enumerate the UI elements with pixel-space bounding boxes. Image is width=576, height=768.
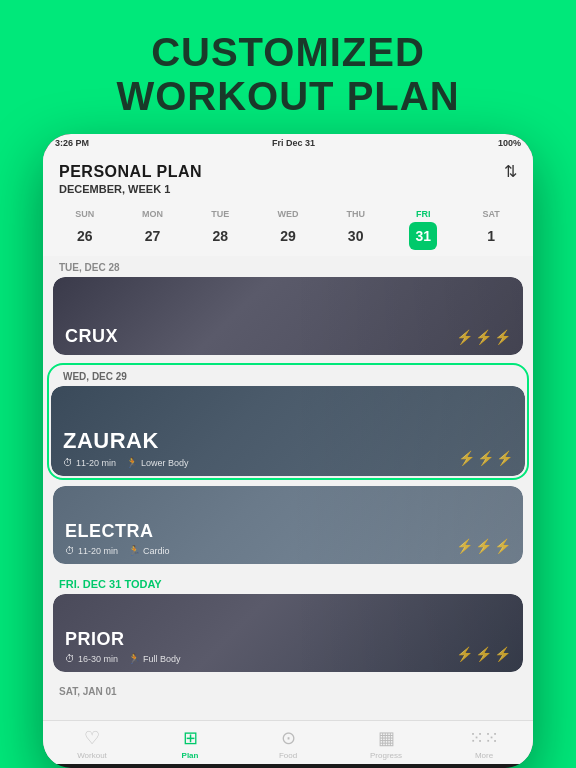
zaurak-highlight-section: WED, DEC 29 ZAURAK ⏱ 11-20 min bbox=[47, 363, 529, 480]
zaurak-inner: ZAURAK ⏱ 11-20 min 🏃 Lower Body bbox=[51, 386, 525, 476]
header-title: CUSTOMIZED WORKOUT PLAN bbox=[116, 30, 459, 118]
bolt2: ⚡ bbox=[475, 538, 492, 554]
week-calendar: SUN 26 MON 27 TUE 28 WED 29 THU 30 FRI 3… bbox=[43, 201, 533, 256]
status-time: 3:26 PM bbox=[55, 138, 89, 148]
crux-intensity: ⚡ ⚡ ⚡ bbox=[456, 329, 511, 345]
electra-duration: ⏱ 11-20 min bbox=[65, 545, 118, 556]
day-label: FRI bbox=[416, 209, 431, 219]
food-icon: ⊙ bbox=[281, 727, 296, 749]
plan-icon: ⊞ bbox=[183, 727, 198, 749]
day-label: WED bbox=[277, 209, 298, 219]
nav-label-more: More bbox=[475, 751, 493, 760]
bolt1: ⚡ bbox=[458, 450, 475, 466]
clock-icon: ⏱ bbox=[65, 653, 75, 664]
bolt3: ⚡ bbox=[494, 646, 511, 662]
section-label-wed: WED, DEC 29 bbox=[51, 367, 525, 386]
person-icon: 🏃 bbox=[128, 653, 140, 664]
day-label: TUE bbox=[211, 209, 229, 219]
calendar-day-1[interactable]: SAT 1 bbox=[471, 209, 511, 250]
sort-icon[interactable]: ⇅ bbox=[504, 162, 517, 181]
person-icon: 🏃 bbox=[128, 545, 140, 556]
nav-item-plan[interactable]: ⊞ Plan bbox=[165, 727, 215, 760]
bolt2: ⚡ bbox=[475, 646, 492, 662]
battery-icon: 100% bbox=[498, 138, 521, 148]
nav-label-progress: Progress bbox=[370, 751, 402, 760]
nav-item-workout[interactable]: ♡ Workout bbox=[67, 727, 117, 760]
status-bar: 3:26 PM Fri Dec 31 100% bbox=[43, 134, 533, 152]
plan-subtitle: DECEMBER, WEEK 1 bbox=[59, 183, 517, 195]
bolt2: ⚡ bbox=[475, 329, 492, 345]
crux-info: CRUX bbox=[53, 318, 523, 355]
prior-duration: ⏱ 16-30 min bbox=[65, 653, 118, 664]
bolt2: ⚡ bbox=[477, 450, 494, 466]
plan-title: PERSONAL PLAN bbox=[59, 163, 202, 181]
day-number: 26 bbox=[71, 222, 99, 250]
workout-card-zaurak[interactable]: ZAURAK ⏱ 11-20 min 🏃 Lower Body bbox=[51, 386, 525, 476]
zaurak-info: ZAURAK ⏱ 11-20 min 🏃 Lower Body bbox=[51, 420, 525, 476]
calendar-day-31[interactable]: FRI 31 bbox=[403, 209, 443, 250]
status-date: Fri Dec 31 bbox=[272, 138, 315, 148]
calendar-day-29[interactable]: WED 29 bbox=[268, 209, 308, 250]
clock-icon: ⏱ bbox=[65, 545, 75, 556]
nav-item-progress[interactable]: ▦ Progress bbox=[361, 727, 411, 760]
nav-label-workout: Workout bbox=[77, 751, 107, 760]
bolt3: ⚡ bbox=[494, 329, 511, 345]
day-number: 30 bbox=[342, 222, 370, 250]
device-frame: 3:26 PM Fri Dec 31 100% PERSONAL PLAN ⇅ … bbox=[43, 134, 533, 768]
day-number: 1 bbox=[477, 222, 505, 250]
prior-category: 🏃 Full Body bbox=[128, 653, 181, 664]
workout-card-crux[interactable]: CRUX ⚡ ⚡ ⚡ bbox=[53, 277, 523, 355]
nav-item-more[interactable]: ⁙⁙ More bbox=[459, 727, 509, 760]
status-right: 100% bbox=[498, 138, 521, 148]
section-label-tue: TUE, DEC 28 bbox=[43, 256, 533, 277]
electra-info: ELECTRA ⏱ 11-20 min 🏃 Cardio bbox=[53, 513, 523, 564]
nav-label-plan: Plan bbox=[182, 751, 199, 760]
electra-meta: ⏱ 11-20 min 🏃 Cardio bbox=[65, 545, 511, 556]
day-number: 31 bbox=[409, 222, 437, 250]
bolt3: ⚡ bbox=[496, 450, 513, 466]
electra-category: 🏃 Cardio bbox=[128, 545, 170, 556]
scroll-content: TUE, DEC 28 CRUX ⚡ ⚡ ⚡ WED, DEC 29 bbox=[43, 256, 533, 720]
prior-intensity: ⚡ ⚡ ⚡ bbox=[456, 646, 511, 662]
calendar-day-30[interactable]: THU 30 bbox=[336, 209, 376, 250]
day-number: 29 bbox=[274, 222, 302, 250]
day-number: 28 bbox=[206, 222, 234, 250]
day-label: MON bbox=[142, 209, 163, 219]
app-content: PERSONAL PLAN ⇅ DECEMBER, WEEK 1 SUN 26 … bbox=[43, 152, 533, 764]
bolt1: ⚡ bbox=[456, 538, 473, 554]
workout-card-electra[interactable]: ELECTRA ⏱ 11-20 min 🏃 Cardio ⚡ bbox=[53, 486, 523, 564]
bottom-nav: ♡ Workout ⊞ Plan ⊙ Food ▦ Progress ⁙⁙ Mo… bbox=[43, 720, 533, 764]
zaurak-duration: ⏱ 11-20 min bbox=[63, 457, 116, 468]
bolt1: ⚡ bbox=[456, 329, 473, 345]
section-label-fri: FRI. DEC 31 TODAY bbox=[43, 572, 533, 594]
crux-name: CRUX bbox=[65, 326, 511, 347]
nav-item-food[interactable]: ⊙ Food bbox=[263, 727, 313, 760]
calendar-day-26[interactable]: SUN 26 bbox=[65, 209, 105, 250]
prior-meta: ⏱ 16-30 min 🏃 Full Body bbox=[65, 653, 511, 664]
day-number: 27 bbox=[139, 222, 167, 250]
electra-name: ELECTRA bbox=[65, 521, 511, 542]
zaurak-name: ZAURAK bbox=[63, 428, 513, 454]
day-label: THU bbox=[346, 209, 365, 219]
calendar-day-27[interactable]: MON 27 bbox=[133, 209, 173, 250]
zaurak-meta: ⏱ 11-20 min 🏃 Lower Body bbox=[63, 457, 513, 468]
person-icon: 🏃 bbox=[126, 457, 138, 468]
zaurak-category: 🏃 Lower Body bbox=[126, 457, 189, 468]
workout-icon: ♡ bbox=[84, 727, 100, 749]
electra-intensity: ⚡ ⚡ ⚡ bbox=[456, 538, 511, 554]
section-label-sat: SAT, JAN 01 bbox=[43, 680, 533, 701]
bolt3: ⚡ bbox=[494, 538, 511, 554]
more-icon: ⁙⁙ bbox=[469, 727, 499, 749]
bolt1: ⚡ bbox=[456, 646, 473, 662]
zaurak-intensity: ⚡ ⚡ ⚡ bbox=[458, 450, 513, 466]
nav-label-food: Food bbox=[279, 751, 297, 760]
progress-icon: ▦ bbox=[378, 727, 395, 749]
day-label: SAT bbox=[482, 209, 499, 219]
calendar-day-28[interactable]: TUE 28 bbox=[200, 209, 240, 250]
header-section: CUSTOMIZED WORKOUT PLAN bbox=[96, 0, 479, 134]
prior-info: PRIOR ⏱ 16-30 min 🏃 Full Body bbox=[53, 621, 523, 672]
clock-icon: ⏱ bbox=[63, 457, 73, 468]
day-label: SUN bbox=[75, 209, 94, 219]
prior-name: PRIOR bbox=[65, 629, 511, 650]
workout-card-prior[interactable]: PRIOR ⏱ 16-30 min 🏃 Full Body ⚡ bbox=[53, 594, 523, 672]
